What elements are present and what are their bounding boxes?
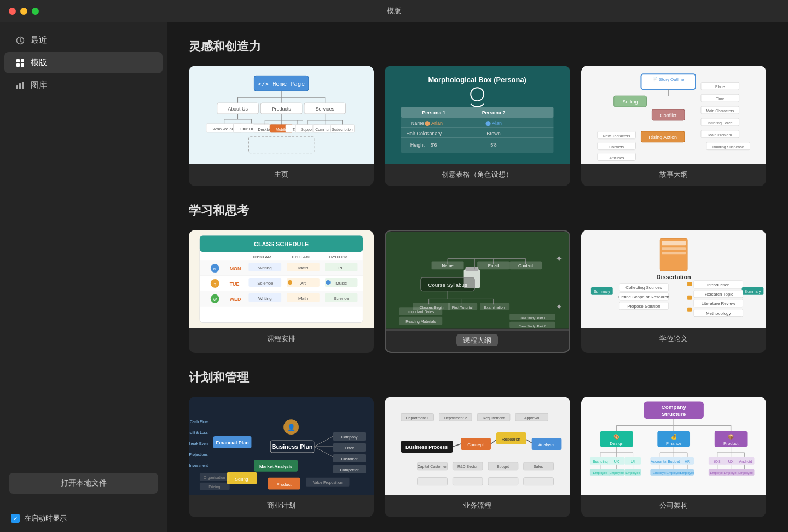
svg-text:Pricing: Pricing [208,485,220,489]
svg-text:Collecting Sources: Collecting Sources [625,285,662,290]
svg-text:Market Analysis: Market Analysis [259,464,293,469]
svg-text:Math: Math [298,296,308,301]
svg-text:R&D Sector: R&D Sector [457,465,478,469]
svg-rect-5 [16,63,20,67]
sidebar: 最近 模版 图库 [0,0,167,532]
svg-text:Hair Color: Hair Color [407,131,428,136]
svg-text:Science: Science [257,281,273,286]
svg-text:Budget: Budget [497,465,509,469]
svg-text:MON: MON [230,266,241,271]
card-morphological-label: 创意表格（角色设想） [385,164,570,186]
svg-text:👤: 👤 [287,423,296,431]
svg-text:Company: Company [341,435,358,440]
sidebar-item-templates-label: 模版 [31,57,47,68]
card-class-schedule-label: 课程安排 [189,328,374,350]
svg-text:Subscription: Subscription [332,128,352,132]
svg-text:Employee: Employee [609,471,624,475]
svg-text:iOS: iOS [714,460,721,464]
svg-rect-183 [662,247,686,250]
svg-rect-186 [687,282,692,286]
sidebar-bottom: 打开本地文件 [0,462,167,505]
svg-text:Persona 1: Persona 1 [422,110,446,115]
startup-checkbox[interactable]: ✓ [11,514,20,523]
svg-text:Product: Product [723,441,739,446]
svg-text:Department 1: Department 1 [406,416,429,420]
svg-text:Employee: Employee [723,471,738,475]
maximize-button[interactable] [32,8,39,15]
svg-text:Branding: Branding [593,460,608,464]
titlebar: 模版 [0,0,788,22]
svg-text:PE: PE [338,265,344,270]
card-dissertation-label: 学位论文 [581,328,766,350]
svg-text:📄 Story Outline: 📄 Story Outline [652,77,685,82]
main-content: 灵感和创造力 </> Home Page [167,0,788,532]
card-business-process[interactable]: Department 1 Department 2 Requirement Ap… [385,397,570,517]
card-class-schedule[interactable]: CLASS SCHEDULE 08:30 AM 10:00 AM 02:00 P… [189,230,374,353]
card-homepage[interactable]: </> Home Page About Us Products [189,66,374,186]
card-dissertation-thumb: Dissertation Introduction Summary Resear… [581,230,766,328]
card-company-structure[interactable]: Company Structure 🎨 Design [581,397,766,517]
svg-text:W: W [213,298,217,302]
svg-text:Research Topic: Research Topic [703,292,733,297]
clock-icon [15,36,25,45]
sidebar-nav: 最近 模版 图库 [0,22,167,462]
svg-text:New Characters: New Characters [602,134,630,138]
svg-text:UI: UI [631,460,635,464]
svg-text:Selling: Selling [235,477,248,482]
section-learning-title: 学习和思考 [189,203,766,219]
sidebar-item-library-label: 图库 [31,80,47,90]
sidebar-footer: ✓ 在启动时显示 [0,505,167,532]
svg-text:Structure: Structure [662,411,686,417]
svg-rect-7 [16,85,18,89]
svg-text:Services: Services [316,106,335,112]
svg-text:T: T [214,282,217,286]
learning-cards-grid: CLASS SCHEDULE 08:30 AM 10:00 AM 02:00 P… [189,230,766,353]
svg-text:Email: Email [488,263,499,268]
sidebar-item-templates[interactable]: 模版 [4,52,163,73]
svg-text:UX: UX [614,460,619,464]
svg-text:Concept: Concept [468,442,484,447]
svg-text:Capital/Investment: Capital/Investment [189,464,208,468]
svg-text:Budget: Budget [668,460,680,464]
svg-text:Initiating Force: Initiating Force [708,121,733,125]
card-morphological[interactable]: Morphological Box (Persona) Persona 1 Pe… [385,66,570,186]
card-course-syllabus[interactable]: Course Syllabus Name Email [385,230,570,353]
card-company-structure-thumb: Company Structure 🎨 Design [581,397,766,495]
svg-text:About Us: About Us [228,106,248,112]
card-story-outline[interactable]: 📄 Story Outline Setting Conflict Rising … [581,66,766,186]
sidebar-item-library[interactable]: 图库 [4,74,163,96]
svg-text:Building Suspense: Building Suspense [712,145,744,149]
svg-text:Support: Support [301,128,314,132]
svg-text:Music: Music [335,281,347,286]
svg-text:Important Dates: Important Dates [408,310,434,314]
section-learning: 学习和思考 CLASS SCHEDULE 08:30 AM 10:00 AM 0… [189,203,766,353]
svg-text:TUE: TUE [230,281,240,287]
svg-text:Art: Art [300,281,306,286]
sidebar-item-recent[interactable]: 最近 [4,30,163,51]
svg-rect-182 [662,241,686,245]
svg-text:Company: Company [661,404,686,410]
close-button[interactable] [9,8,16,15]
svg-text:CLASS SCHEDULE: CLASS SCHEDULE [254,241,309,247]
svg-rect-9 [22,82,24,89]
svg-rect-204 [687,308,692,312]
svg-text:Financial Plan: Financial Plan [216,440,249,446]
svg-text:Employee: Employee [625,471,640,475]
svg-text:Propose Solution: Propose Solution [627,304,660,309]
svg-text:Time: Time [716,97,724,101]
card-dissertation[interactable]: Dissertation Introduction Summary Resear… [581,230,766,353]
svg-text:Writing: Writing [258,296,272,301]
open-file-button[interactable]: 打开本地文件 [9,473,158,494]
svg-rect-4 [21,59,24,62]
svg-text:💰: 💰 [670,433,677,440]
card-story-outline-thumb: 📄 Story Outline Setting Conflict Rising … [581,66,766,164]
svg-text:Profit & Loss: Profit & Loss [189,431,208,435]
card-business-process-label: 业务流程 [385,495,570,517]
card-business-plan[interactable]: Cash Flow Profit & Loss Break Even Proje… [189,397,374,517]
svg-rect-193 [687,296,692,300]
svg-text:Approval: Approval [524,416,540,420]
svg-text:Design: Design [610,441,623,446]
minimize-button[interactable] [20,8,27,15]
startup-label: 在启动时显示 [24,513,67,523]
svg-text:Examination: Examination [484,305,505,309]
